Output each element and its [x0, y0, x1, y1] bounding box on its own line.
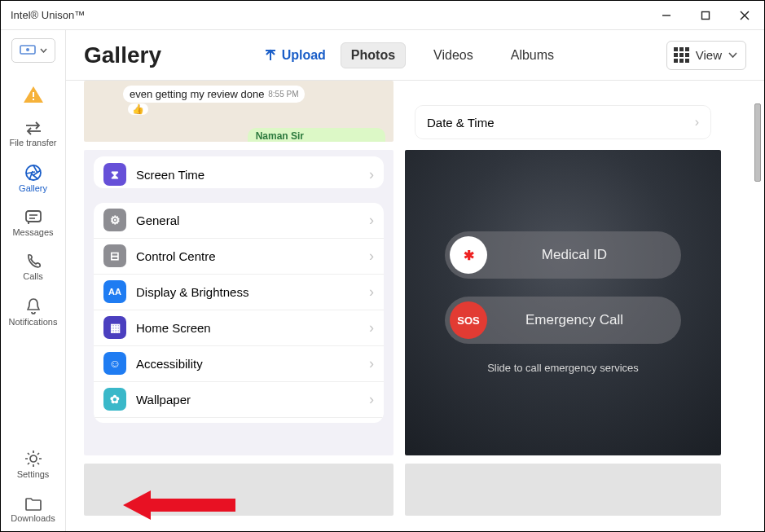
svg-rect-7 — [33, 92, 34, 97]
medical-id-icon: ✱ — [450, 236, 487, 274]
svg-rect-8 — [33, 99, 34, 100]
sidebar-item-label: Downloads — [11, 513, 55, 523]
emergency-call-slider: SOS Emergency Call — [445, 297, 681, 344]
bell-icon — [25, 297, 42, 315]
svg-rect-1 — [702, 11, 710, 19]
sidebar-item-label: Calls — [23, 271, 42, 281]
maximize-button[interactable] — [686, 1, 725, 29]
chevron-right-icon: › — [369, 284, 374, 301]
sidebar-alert[interactable] — [1, 81, 66, 110]
emergency-call-label: Emergency Call — [497, 312, 676, 328]
sidebar-item-messages[interactable]: Messages — [1, 204, 66, 244]
chat-message: even getting my review done 8:55 PM 👍 — [123, 86, 305, 103]
sos-icon: SOS — [450, 301, 487, 339]
sidebar-item-settings[interactable]: Settings — [1, 445, 66, 486]
screen-time-icon: ⧗ — [103, 163, 126, 186]
gallery-thumb[interactable] — [405, 464, 721, 516]
sidebar-item-label: File transfer — [9, 138, 56, 147]
emergency-hint: Slide to call emergency services — [487, 362, 639, 374]
gallery-thumb[interactable]: ✱ Medical ID SOS Emergency Call Slide to… — [405, 150, 721, 455]
svg-rect-12 — [26, 211, 41, 222]
chevron-right-icon: › — [369, 319, 374, 336]
phone-icon — [25, 253, 42, 270]
upload-button[interactable]: Upload — [264, 48, 326, 63]
view-button[interactable]: View — [666, 41, 746, 70]
window-controls — [647, 1, 764, 29]
wallpaper-icon: ✿ — [103, 388, 126, 411]
gallery-thumb[interactable]: Date & Time › — [405, 81, 721, 142]
view-label: View — [696, 48, 722, 62]
app-window: Intel® Unison™ File trans — [0, 0, 765, 532]
monitor-icon — [19, 44, 37, 57]
sidebar-item-calls[interactable]: Calls — [1, 248, 66, 288]
chevron-right-icon: › — [369, 166, 374, 183]
svg-point-15 — [30, 455, 37, 462]
window-title: Intel® Unison™ — [11, 9, 85, 21]
chat-sender: Naman Sir — [248, 128, 385, 142]
gallery-thumb[interactable]: even getting my review done 8:55 PM 👍 Na… — [84, 81, 393, 142]
settings-row-label: Display & Brightness — [136, 285, 248, 299]
sidebar-item-label: Settings — [17, 469, 50, 479]
general-icon: ⚙ — [103, 209, 126, 231]
transfer-icon — [24, 120, 43, 136]
chat-message-text: even getting my review done — [130, 88, 264, 100]
sidebar-item-file-transfer[interactable]: File transfer — [1, 115, 66, 154]
home-screen-icon: ▦ — [103, 316, 126, 339]
settings-group: ⚙General› ⊟Control Centre› AADisplay & B… — [94, 203, 384, 423]
minimize-button[interactable] — [647, 1, 686, 29]
settings-row-label: Date & Time — [427, 116, 495, 130]
tab-photos[interactable]: Photos — [341, 42, 406, 68]
grid-icon — [674, 47, 689, 63]
chevron-right-icon: › — [369, 212, 374, 229]
sidebar-item-gallery[interactable]: Gallery — [1, 159, 66, 200]
device-selector[interactable] — [11, 38, 55, 63]
settings-row-label: General — [136, 213, 179, 227]
aperture-icon — [24, 164, 42, 182]
chevron-down-icon — [728, 52, 737, 58]
main: Gallery Upload Photos Videos Albums View — [66, 30, 764, 531]
header: Gallery Upload Photos Videos Albums View — [66, 30, 764, 81]
sidebar-item-notifications[interactable]: Notifications — [1, 292, 66, 333]
gallery-grid[interactable]: even getting my review done 8:55 PM 👍 Na… — [66, 81, 764, 531]
settings-row-label: Control Centre — [136, 249, 216, 263]
sidebar-item-label: Messages — [12, 227, 53, 237]
chat-message-time: 8:55 PM — [268, 90, 298, 99]
tab-albums[interactable]: Albums — [501, 43, 564, 68]
chevron-down-icon — [40, 48, 47, 53]
sidebar-item-label: Gallery — [19, 183, 47, 193]
control-centre-icon: ⊟ — [103, 244, 126, 267]
chevron-right-icon: › — [369, 355, 374, 372]
titlebar: Intel® Unison™ — [1, 1, 764, 30]
chevron-right-icon: › — [695, 115, 699, 130]
gallery-thumb[interactable] — [84, 464, 393, 516]
tab-videos[interactable]: Videos — [424, 43, 483, 68]
settings-row-label: Home Screen — [136, 321, 211, 335]
folder-icon — [24, 495, 42, 512]
sidebar-item-label: Notifications — [9, 317, 58, 327]
chevron-right-icon: › — [369, 248, 374, 265]
chat-reaction: 👍 — [128, 103, 148, 115]
gallery-thumb[interactable]: ⧗ Screen Time › ⚙General› ⊟Control Centr… — [84, 150, 393, 455]
messages-icon — [24, 209, 42, 226]
settings-row: ⧗ Screen Time › — [94, 156, 384, 188]
gallery-tabs: Photos Videos Albums — [341, 42, 564, 68]
settings-row-label: Screen Time — [136, 168, 204, 182]
warning-icon — [23, 86, 44, 103]
close-button[interactable] — [725, 1, 764, 29]
upload-icon — [264, 49, 277, 62]
upload-label: Upload — [282, 48, 326, 63]
accessibility-icon: ☺ — [103, 352, 126, 375]
settings-row-datetime: Date & Time › — [415, 105, 711, 139]
settings-row-label: Accessibility — [136, 357, 203, 371]
settings-row-label: Wallpaper — [136, 393, 191, 407]
svg-point-5 — [26, 48, 29, 51]
settings-group: ⧗ Screen Time › — [94, 156, 384, 188]
medical-id-label: Medical ID — [497, 247, 676, 263]
medical-id-slider: ✱ Medical ID — [445, 231, 681, 279]
sidebar: File transfer Gallery Messages Calls Not… — [1, 30, 66, 531]
gear-icon — [24, 450, 42, 468]
app-body: File transfer Gallery Messages Calls Not… — [1, 30, 764, 531]
sidebar-item-downloads[interactable]: Downloads — [1, 490, 66, 531]
display-icon: AA — [103, 280, 126, 303]
chevron-right-icon: › — [369, 391, 374, 408]
